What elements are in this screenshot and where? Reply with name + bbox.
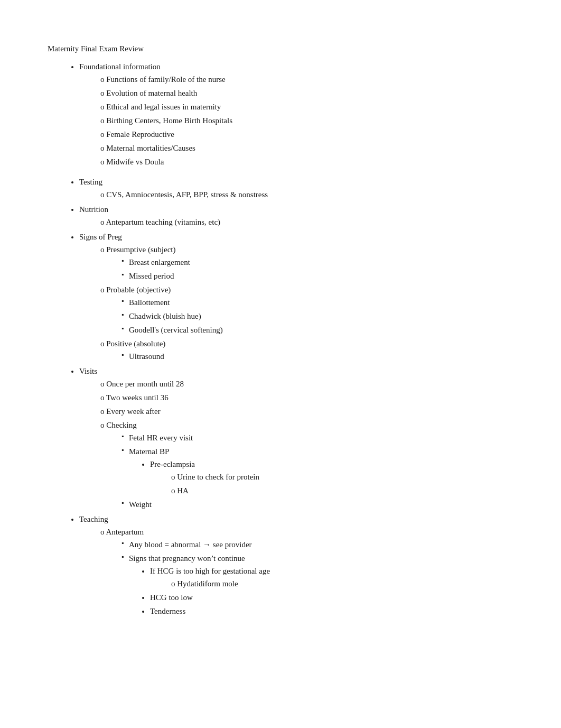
list-item: Female Reproductive	[100, 128, 519, 141]
section-label: Foundational information	[79, 62, 161, 71]
sub-list: CVS, Amniocentesis, AFP, BPP, stress & n…	[79, 188, 519, 201]
list-item: Antepartum teaching (vitamins, etc)	[100, 216, 519, 228]
list-item: Maternal BP Pre-eclampsia Urine to check…	[121, 445, 519, 497]
section-label: Teaching	[79, 515, 108, 523]
sub-section-label: Positive (absolute)	[106, 339, 165, 348]
sub-bullet-text: Pre-eclampsia	[150, 460, 195, 468]
main-list: Foundational information Functions of fa…	[58, 60, 519, 618]
list-item: Hydatidiform mole	[171, 577, 519, 590]
bullet-list: Fetal HR every visit Maternal BP Pre-ecl…	[100, 431, 519, 511]
list-item: Pre-eclampsia Urine to check for protein…	[150, 458, 519, 497]
list-item: Foundational information Functions of fa…	[79, 60, 519, 168]
list-item: Chadwick (bluish hue)	[121, 310, 519, 322]
list-item: If HCG is too high for gestational age H…	[150, 565, 519, 590]
list-item: Birthing Centers, Home Birth Hospitals	[100, 114, 519, 127]
list-item: HA	[171, 484, 519, 497]
bullet-list: Ultrasound	[100, 350, 519, 363]
level5-list: Urine to check for protein HA	[150, 471, 519, 497]
list-item: Antepartum Any blood = abnormal → see pr…	[100, 526, 519, 618]
sub-section-label: Presumptive (subject)	[106, 245, 175, 254]
bullet-text: Signs that pregnancy won’t continue	[129, 554, 245, 563]
bullet-text: Fetal HR every visit	[129, 434, 193, 442]
page-title: Maternity Final Exam Review	[48, 42, 519, 55]
list-item: Two weeks until 36	[100, 391, 519, 404]
section-label: Nutrition	[79, 205, 108, 214]
bullet-list: Breast enlargement Missed period	[100, 256, 519, 282]
list-item: Urine to check for protein	[171, 471, 519, 483]
bullet-text: Any blood = abnormal → see provider	[129, 540, 252, 549]
list-item: Breast enlargement	[121, 256, 519, 269]
sub-bullet-list: Pre-eclampsia Urine to check for protein…	[129, 458, 519, 497]
sub-list: Antepartum Any blood = abnormal → see pr…	[79, 526, 519, 618]
list-item: Any blood = abnormal → see provider	[121, 538, 519, 551]
list-item: Ethical and legal issues in maternity	[100, 100, 519, 113]
sub-list: Once per month until 28 Two weeks until …	[79, 377, 519, 511]
list-item: Signs of Preg Presumptive (subject) Brea…	[79, 231, 519, 363]
sub-section-label: Antepartum	[106, 528, 144, 536]
sub-bullet-text: If HCG is too high for gestational age	[150, 567, 270, 575]
list-item: Presumptive (subject) Breast enlargement…	[100, 243, 519, 282]
list-item: Teaching Antepartum Any blood = abnormal…	[79, 513, 519, 618]
page-container: Maternity Final Exam Review Foundational…	[58, 42, 519, 618]
sub-list: Functions of family/Role of the nurse Ev…	[79, 73, 519, 168]
list-item: Weight	[121, 498, 519, 511]
sub-list: Presumptive (subject) Breast enlargement…	[79, 243, 519, 363]
list-item: HCG too low	[150, 591, 519, 604]
list-item: Positive (absolute) Ultrasound	[100, 337, 519, 363]
list-item: Signs that pregnancy won’t continue If H…	[121, 552, 519, 618]
bullet-text: Weight	[129, 500, 152, 509]
list-item: Testing CVS, Amniocentesis, AFP, BPP, st…	[79, 176, 519, 201]
bullet-list: Ballottement Chadwick (bluish hue) Goode…	[100, 296, 519, 336]
list-item: CVS, Amniocentesis, AFP, BPP, stress & n…	[100, 188, 519, 201]
list-item: Evolution of maternal health	[100, 87, 519, 99]
section-label: Signs of Preg	[79, 233, 122, 241]
list-item: Ultrasound	[121, 350, 519, 363]
list-item: Visits Once per month until 28 Two weeks…	[79, 365, 519, 511]
level5-list: Hydatidiform mole	[150, 577, 519, 590]
list-item: Tenderness	[150, 605, 519, 618]
bullet-list: Any blood = abnormal → see provider Sign…	[100, 538, 519, 618]
sub-bullet-list: If HCG is too high for gestational age H…	[129, 565, 519, 618]
sub-section-label: Probable (objective)	[106, 285, 171, 294]
section-label: Testing	[79, 178, 102, 186]
section-label: Visits	[79, 367, 97, 375]
list-item: Goodell's (cervical softening)	[121, 324, 519, 336]
list-item: Functions of family/Role of the nurse	[100, 73, 519, 86]
list-item: Probable (objective) Ballottement Chadwi…	[100, 283, 519, 336]
list-item: Checking Fetal HR every visit Maternal B…	[100, 419, 519, 511]
list-item: Every week after	[100, 405, 519, 418]
list-item: Nutrition Antepartum teaching (vitamins,…	[79, 203, 519, 228]
list-item: Midwife vs Doula	[100, 155, 519, 168]
bullet-text: Maternal BP	[129, 447, 169, 456]
list-item: Ballottement	[121, 296, 519, 309]
list-item: Once per month until 28	[100, 377, 519, 390]
sub-section-label: Checking	[106, 421, 137, 429]
list-item: Missed period	[121, 270, 519, 282]
list-item: Fetal HR every visit	[121, 431, 519, 444]
sub-list: Antepartum teaching (vitamins, etc)	[79, 216, 519, 228]
list-item: Maternal mortalities/Causes	[100, 142, 519, 154]
